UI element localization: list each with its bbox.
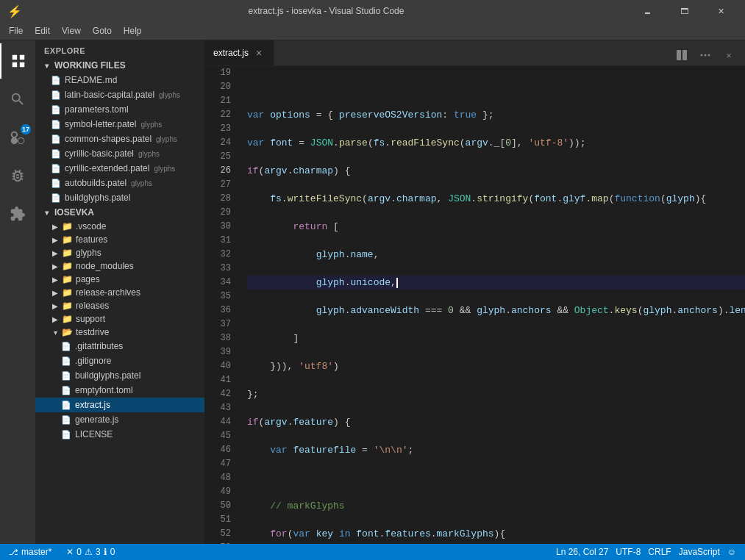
project-section[interactable]: ▾ IOSEVKA: [35, 205, 204, 220]
status-language[interactable]: JavaScript: [676, 544, 723, 560]
file-badge: glyphs: [159, 91, 180, 99]
file-name: emptyfont.toml: [75, 385, 133, 395]
file-buildglyphs[interactable]: 📄 buildglyphs.patel: [35, 190, 204, 205]
file-name: latin-basic-capital.patel: [65, 90, 154, 100]
file-readme[interactable]: 📄 README.md: [35, 73, 204, 87]
maximize-button[interactable]: 🗖: [667, 0, 701, 22]
file-badge: glyphs: [156, 135, 177, 143]
split-editor-button[interactable]: [671, 45, 692, 65]
working-files-section[interactable]: ▾ WORKING FILES: [35, 58, 204, 73]
code-line-23: fs.writeFileSync(argv.charmap, JSON.stri…: [247, 192, 745, 206]
line-30: 30: [204, 220, 234, 234]
code-line-20: var options = { preserveOS2Version: true…: [247, 108, 745, 122]
code-line-33: [247, 471, 745, 485]
line-41: 41: [204, 373, 234, 387]
tab-extract-js[interactable]: extract.js ×: [204, 40, 274, 65]
warning-icon: ⚠: [85, 547, 93, 557]
folder-icon: 📁: [62, 221, 73, 231]
folder-features[interactable]: ▶ 📁 features: [35, 233, 204, 246]
file-symbol-letter[interactable]: 📄 symbol-letter.patel glyphs: [35, 117, 204, 132]
encoding-label: UTF-8: [616, 547, 641, 557]
folder-support[interactable]: ▶ 📁 support: [35, 312, 204, 326]
position-label: Ln 26, Col 27: [556, 547, 608, 557]
code-content[interactable]: var options = { preserveOS2Version: true…: [240, 66, 745, 544]
file-autobuilds[interactable]: 📄 autobuilds.patel glyphs: [35, 176, 204, 190]
file-extract-js[interactable]: 📄 extract.js: [35, 398, 204, 412]
activity-extensions[interactable]: [0, 196, 35, 231]
menu-help[interactable]: Help: [118, 22, 148, 40]
info-count: 0: [110, 547, 115, 557]
file-cyrillic-basic[interactable]: 📄 cyrillic-basic.patel glyphs: [35, 146, 204, 161]
window-title: extract.js - iosevka - Visual Studio Cod…: [28, 6, 624, 16]
file-generate-js[interactable]: 📄 generate.js: [35, 412, 204, 427]
folder-release-archives[interactable]: ▶ 📁 release-archives: [35, 286, 204, 299]
folder-chevron: ▶: [50, 274, 60, 284]
file-name: extract.js: [75, 400, 110, 410]
folder-node-modules[interactable]: ▶ 📁 node_modules: [35, 259, 204, 273]
file-icon: 📄: [60, 370, 72, 381]
file-icon: 📄: [60, 399, 72, 411]
minimize-button[interactable]: 🗕: [630, 0, 664, 22]
code-editor[interactable]: 19 20 21 22 23 24 25 26 27 28 29 30 31 3…: [204, 66, 745, 544]
file-emptyfont[interactable]: 📄 emptyfont.toml: [35, 383, 204, 398]
line-numbers: 19 20 21 22 23 24 25 26 27 28 29 30 31 3…: [204, 66, 240, 544]
menu-file[interactable]: File: [3, 22, 29, 40]
file-gitignore[interactable]: 📄 .gitignore: [35, 353, 204, 368]
file-icon: 📄: [50, 118, 62, 130]
line-39: 39: [204, 345, 234, 359]
line-40: 40: [204, 359, 234, 373]
file-common-shapes[interactable]: 📄 common-shapes.patel glyphs: [35, 132, 204, 146]
status-encoding[interactable]: UTF-8: [613, 544, 644, 560]
tab-actions: ×: [671, 45, 745, 65]
smiley-icon: ☺: [727, 547, 736, 557]
file-icon: 📄: [50, 148, 62, 159]
close-editor-button[interactable]: ×: [719, 45, 739, 65]
status-branch[interactable]: ⎇ master*: [6, 544, 54, 560]
folder-pages[interactable]: ▶ 📁 pages: [35, 273, 204, 286]
activity-scm[interactable]: 17: [0, 120, 35, 155]
folder-releases[interactable]: ▶ 📁 releases: [35, 299, 204, 312]
menu-edit[interactable]: Edit: [29, 22, 56, 40]
line-33: 33: [204, 262, 234, 276]
file-name: LICENSE: [75, 429, 113, 439]
menu-goto[interactable]: Goto: [87, 22, 118, 40]
status-line-ending[interactable]: CRLF: [645, 544, 674, 560]
more-actions-button[interactable]: [695, 45, 716, 65]
folder-icon: 📁: [62, 261, 73, 271]
line-38: 38: [204, 331, 234, 345]
menu-view[interactable]: View: [56, 22, 87, 40]
file-cyrillic-extended[interactable]: 📄 cyrillic-extended.patel glyphs: [35, 161, 204, 176]
close-button[interactable]: ✕: [704, 0, 738, 22]
status-position[interactable]: Ln 26, Col 27: [553, 544, 611, 560]
window-controls: 🗕 🗖 ✕: [630, 0, 738, 22]
folder-name: glyphs: [76, 248, 101, 258]
line-46: 46: [204, 443, 234, 457]
folder-icon: 📁: [62, 301, 73, 311]
folder-glyphs[interactable]: ▶ 📁 glyphs: [35, 246, 204, 259]
file-name: buildglyphs.patel: [75, 370, 140, 381]
activity-explorer[interactable]: [0, 43, 35, 79]
file-buildglyphs-patel[interactable]: 📄 buildglyphs.patel: [35, 368, 204, 383]
working-files-label: WORKING FILES: [54, 60, 126, 71]
svg-rect-0: [677, 50, 681, 60]
status-bar: ⎇ master* ✕ 0 ⚠ 3 ℹ 0 Ln 26, Col 27 UTF-…: [0, 544, 745, 560]
file-gitattributes[interactable]: 📄 .gitattributes: [35, 339, 204, 353]
folder-testdrive[interactable]: ▾ 📂 testdrive: [35, 326, 204, 339]
file-parameters[interactable]: 📄 parameters.toml: [35, 102, 204, 117]
status-smiley[interactable]: ☺: [724, 544, 739, 560]
line-ending-label: CRLF: [648, 547, 671, 557]
file-name: buildglyphs.patel: [65, 193, 130, 203]
folder-icon: 📁: [62, 287, 73, 298]
title-bar: ⚡ extract.js - iosevka - Visual Studio C…: [0, 0, 745, 22]
folder-icon: 📂: [62, 327, 73, 337]
tab-label: extract.js: [213, 48, 249, 58]
file-license[interactable]: 📄 LICENSE: [35, 427, 204, 442]
tab-close-button[interactable]: ×: [253, 47, 265, 59]
file-name: common-shapes.patel: [65, 134, 152, 144]
folder-vscode[interactable]: ▶ 📁 .vscode: [35, 220, 204, 233]
activity-debug[interactable]: [0, 158, 35, 193]
status-errors[interactable]: ✕ 0 ⚠ 3 ℹ 0: [63, 544, 118, 560]
file-latin-basic[interactable]: 📄 latin-basic-capital.patel glyphs: [35, 87, 204, 102]
activity-search[interactable]: [0, 82, 35, 117]
file-icon: 📄: [60, 384, 72, 396]
